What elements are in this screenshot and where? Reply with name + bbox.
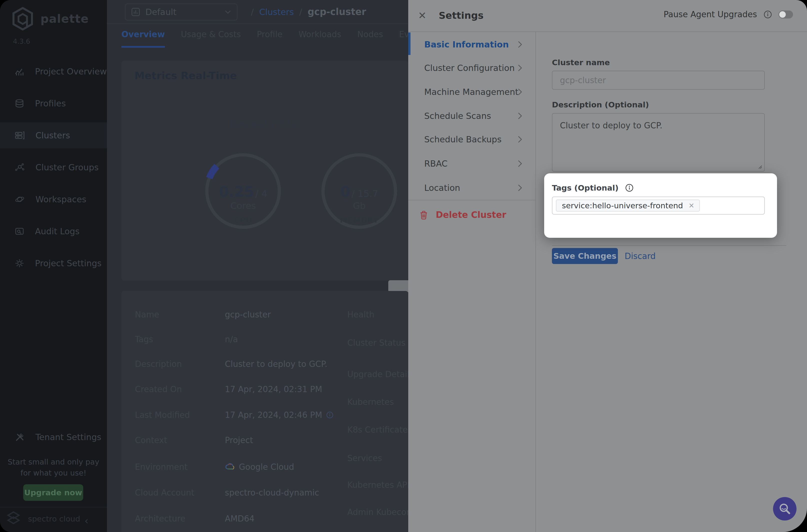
- footer-brand-label: spectro cloud: [28, 514, 80, 523]
- project-selector-value: Default: [145, 7, 176, 17]
- chevron-right-icon: [518, 135, 522, 144]
- settings-nav-schedule-scans[interactable]: Schedule Scans: [408, 104, 536, 128]
- nav-label: Basic Information: [424, 39, 509, 50]
- nav-label: Schedule Scans: [424, 111, 491, 121]
- detail-label: Created On: [135, 384, 182, 394]
- cpu-gauge-label: CPU: [201, 215, 286, 224]
- sidebar-item-profiles[interactable]: Profiles: [0, 90, 107, 116]
- cluster-overview-page: Default / Clusters / gcp-cluster Overvie…: [107, 0, 408, 532]
- detail-label: Name: [135, 310, 159, 320]
- sidebar-item-project-settings[interactable]: Project Settings: [0, 250, 107, 276]
- tab-workloads[interactable]: Workloads: [299, 30, 341, 48]
- save-changes-button[interactable]: Save Changes: [552, 248, 618, 264]
- description-label: Description (Optional): [552, 100, 649, 109]
- sidebar-item-project-overview[interactable]: Project Overview: [0, 58, 107, 84]
- main-topbar: Default / Clusters / gcp-cluster: [107, 0, 408, 24]
- settings-nav-basic-information[interactable]: Basic Information: [408, 33, 536, 56]
- spectro-cloud-footer: spectro cloud: [6, 511, 80, 527]
- tab-profile[interactable]: Profile: [257, 30, 283, 48]
- tools-icon: [15, 432, 25, 442]
- sidebar-item-audit-logs[interactable]: Audit Logs: [0, 218, 107, 244]
- settings-nav-divider: [536, 32, 536, 532]
- breadcrumb-clusters-link[interactable]: Clusters: [259, 7, 294, 17]
- tag-chip-label: service:hello-universe-frontend: [562, 201, 683, 210]
- tag-chip: service:hello-universe-frontend ✕: [556, 200, 700, 212]
- detail-label: Last Modified: [135, 410, 190, 420]
- info-icon[interactable]: [326, 411, 334, 419]
- sidebar-item-label: Project Overview: [35, 66, 107, 76]
- sidebar-item-workspaces[interactable]: Workspaces: [0, 186, 107, 212]
- sidebar-collapse-icon[interactable]: ‹: [85, 515, 89, 527]
- settings-header: ✕ Settings Pause Agent Upgrades: [408, 0, 807, 32]
- sidebar-item-label: Project Settings: [35, 258, 102, 268]
- delete-cluster-button[interactable]: Delete Cluster: [419, 206, 506, 223]
- brand-name: palette: [40, 12, 89, 25]
- clusters-icon: [15, 130, 25, 140]
- remove-tag-icon[interactable]: ✕: [689, 202, 694, 210]
- sidebar-item-clusters[interactable]: Clusters: [0, 122, 107, 148]
- metrics-subtitle: Request / Total: [121, 118, 408, 129]
- memory-gauge-unit: Gb: [317, 201, 402, 211]
- tab-nodes[interactable]: Nodes: [357, 30, 383, 48]
- detail-value: Project: [225, 435, 253, 445]
- detail-label: Environment: [135, 462, 188, 472]
- memory-gauge-value: 0 / 15.7: [317, 184, 402, 200]
- cluster-name-value: gcp-cluster: [560, 75, 606, 85]
- detail-right-label: Cluster Status: [347, 338, 406, 348]
- sidebar-item-label: Audit Logs: [35, 226, 79, 236]
- detail-value: Google Cloud: [225, 462, 294, 472]
- detail-label: Tags: [135, 335, 153, 344]
- chevron-down-icon: [225, 10, 231, 14]
- resize-handle[interactable]: [757, 164, 762, 169]
- settings-nav-location[interactable]: Location: [408, 176, 536, 200]
- detail-right-label: K8s Certificates: [347, 425, 412, 435]
- cluster-groups-icon: [15, 162, 25, 172]
- detail-label: Context: [135, 435, 167, 445]
- settings-nav-machine-management[interactable]: Machine Management: [408, 80, 536, 104]
- layers-icon: [15, 98, 24, 108]
- nav-separator: [408, 200, 536, 200]
- nav-label: Cluster Configuration: [424, 63, 515, 73]
- metrics-realtime-card: Metrics Real-Time Request / Total 0.25 /…: [121, 61, 408, 281]
- detail-label: Description: [135, 359, 182, 369]
- workspaces-icon: [15, 194, 25, 204]
- cluster-name-input[interactable]: gcp-cluster: [552, 71, 765, 90]
- project-scope-icon: [131, 8, 140, 16]
- description-textarea[interactable]: Cluster to deploy to GCP.: [552, 113, 765, 172]
- upgrade-now-button[interactable]: Upgrade now: [23, 484, 83, 501]
- chevron-right-icon: [518, 112, 522, 120]
- settings-nav-rbac[interactable]: RBAC: [408, 152, 536, 176]
- sidebar-item-tenant-settings[interactable]: Tenant Settings: [0, 424, 107, 450]
- settings-nav-cluster-configuration[interactable]: Cluster Configuration: [408, 56, 536, 80]
- tab-usage-costs[interactable]: Usage & Costs: [181, 30, 241, 48]
- chart-icon: [15, 66, 24, 76]
- nav-label: RBAC: [424, 158, 448, 169]
- pause-agent-toggle[interactable]: [778, 11, 793, 18]
- detail-right-label: Kubernetes API: [347, 480, 410, 490]
- chevron-right-icon: [518, 159, 522, 168]
- sidebar-item-label: Clusters: [36, 130, 70, 140]
- google-cloud-icon: [225, 463, 235, 471]
- app-version: 4.3.6: [13, 37, 30, 45]
- info-icon[interactable]: [764, 10, 772, 19]
- audit-logs-icon: [15, 226, 24, 236]
- detail-label: Architecture: [135, 514, 185, 524]
- help-widget-button[interactable]: [773, 497, 796, 520]
- app-window: Default / Clusters / gcp-cluster Overvie…: [0, 0, 807, 532]
- detail-value: 17 Apr, 2024, 02:31 PM: [225, 384, 322, 394]
- detail-value: spectro-cloud-dynamic: [225, 488, 319, 497]
- detail-right-label: Kubernetes: [347, 397, 394, 407]
- detail-value: AMD64: [225, 514, 254, 524]
- close-icon[interactable]: ✕: [415, 8, 429, 22]
- tags-input[interactable]: service:hello-universe-frontend ✕: [552, 196, 765, 214]
- project-selector[interactable]: Default: [125, 3, 237, 20]
- discard-button[interactable]: Discard: [625, 248, 656, 264]
- sidebar-item-cluster-groups[interactable]: Cluster Groups: [0, 154, 107, 180]
- tab-overview[interactable]: Overview: [121, 30, 165, 48]
- info-icon[interactable]: [625, 184, 634, 192]
- tags-spotlight-card: Tags (Optional) service:hello-universe-f…: [544, 173, 777, 238]
- nav-label: Schedule Backups: [424, 134, 502, 144]
- breadcrumb-separator: /: [251, 7, 254, 17]
- settings-nav-schedule-backups[interactable]: Schedule Backups: [408, 127, 536, 151]
- chevron-right-icon: [518, 40, 522, 49]
